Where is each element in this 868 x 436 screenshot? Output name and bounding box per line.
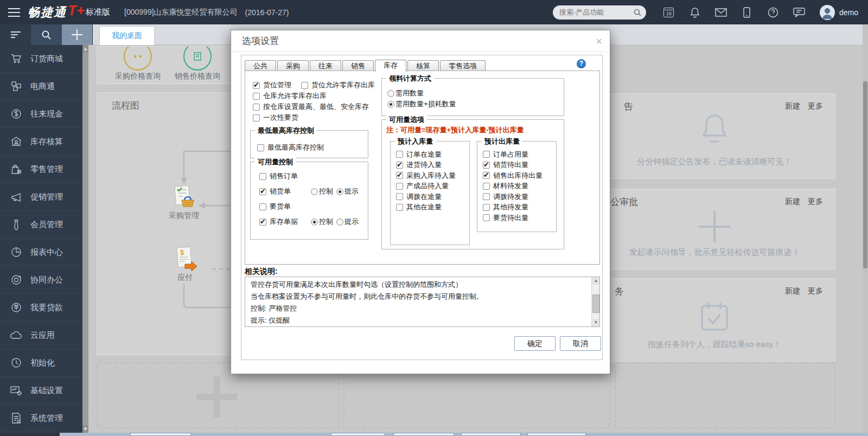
radio[interactable] — [336, 219, 343, 226]
checkbox-one-time-request[interactable]: 一次性要货 — [253, 112, 375, 123]
mobile-icon[interactable] — [740, 5, 754, 20]
checkbox-warehouse-max-min-safe[interactable]: 按仓库设置最高、最低、安全库存 — [253, 101, 375, 112]
sidebar-item-collaboration[interactable]: 协同办公 — [0, 266, 82, 294]
taskbar-window-button[interactable] — [130, 433, 191, 436]
checkbox[interactable] — [396, 183, 403, 190]
checkbox-item[interactable]: 要货待出量 — [483, 213, 556, 223]
checkbox-item[interactable]: 材料待发量 — [483, 181, 556, 192]
radio-control[interactable]: 控制 — [311, 217, 333, 227]
checkbox[interactable] — [253, 93, 260, 100]
radio-control[interactable]: 控制 — [311, 187, 333, 196]
mail-icon[interactable] — [714, 5, 728, 20]
checkbox-minmax-stock-control[interactable]: 最低最高库存控制 — [257, 143, 368, 152]
sidebar-item-system[interactable]: 系统管理 — [0, 405, 82, 432]
checkbox-item[interactable]: 订单占用量 — [483, 149, 556, 160]
sidebar-item-retail[interactable]: 零售管理 — [0, 156, 82, 183]
checkbox[interactable] — [483, 172, 490, 179]
page-scrollbar-thumb[interactable] — [863, 81, 867, 268]
checkbox-item[interactable]: 销货待出量 — [483, 160, 556, 171]
checkbox[interactable] — [396, 172, 403, 179]
taskbar-window-button[interactable] — [393, 433, 454, 436]
sidebar-item-order-mall[interactable]: 订货商城 — [0, 45, 82, 73]
sidebar-scrollbar[interactable]: ▲ ▼ — [82, 45, 88, 433]
scroll-down-icon[interactable]: ▼ — [592, 319, 600, 326]
radio[interactable] — [311, 188, 318, 195]
checkbox-goods-request[interactable]: 要货单 — [259, 199, 368, 214]
checkbox-inventory-voucher[interactable]: 库存单据 控制 提示 — [259, 214, 368, 229]
product-search[interactable] — [553, 5, 646, 20]
checkbox-item[interactable]: 调拨在途量 — [396, 191, 469, 202]
checkbox[interactable] — [257, 144, 264, 151]
sidebar-item-initialization[interactable]: 初始化 — [0, 349, 82, 377]
approval-new-link[interactable]: 新建 — [785, 197, 800, 206]
tab-purchase[interactable]: 采购 — [277, 60, 309, 71]
checkbox-location-mgmt[interactable]: 货位管理 — [253, 80, 291, 91]
cancel-button[interactable]: 取消 — [560, 336, 601, 351]
scroll-up-icon[interactable]: ▲ — [82, 45, 88, 53]
notes-scrollbar[interactable]: ▲ ▼ — [591, 277, 599, 326]
nav-add-button[interactable] — [62, 24, 92, 45]
checkbox[interactable] — [396, 151, 403, 158]
approval-more-link[interactable]: 更多 — [808, 197, 823, 206]
shortcut-sale-price[interactable]: 销售价格查询 — [168, 47, 227, 84]
checkbox[interactable] — [253, 114, 260, 121]
sidebar-item-cash[interactable]: 往来现金 — [0, 100, 82, 128]
checkbox[interactable] — [259, 188, 266, 195]
page-scrollbar[interactable] — [863, 24, 868, 433]
tab-accounting[interactable]: 核算 — [407, 60, 439, 71]
search-icon[interactable] — [633, 8, 642, 17]
dialog-help-icon[interactable]: ? — [577, 59, 586, 68]
radio[interactable] — [311, 219, 318, 226]
checkbox-item[interactable]: 采购入库待入量 — [396, 170, 469, 181]
checkbox[interactable] — [483, 162, 490, 169]
dashboard-empty-slot[interactable] — [615, 362, 835, 428]
checkbox-item[interactable]: 其他待发量 — [483, 202, 556, 213]
announcement-new-link[interactable]: 新建 — [785, 101, 800, 110]
taskbar-window-button[interactable] — [461, 433, 521, 436]
checkbox-location-zero-stock-out[interactable]: 货位允许零库存出库 — [301, 80, 375, 91]
sidebar-item-basic-settings[interactable]: 基础设置 — [0, 377, 82, 405]
checkbox[interactable] — [253, 82, 260, 89]
sidebar-item-inventory[interactable]: 库存核算 — [0, 128, 82, 156]
flow-node-purchase[interactable]: 采购管理 — [159, 184, 208, 221]
sidebar-item-promotion[interactable]: 促销管理 — [0, 183, 82, 211]
announcement-more-link[interactable]: 更多 — [808, 101, 823, 110]
nav-search-button[interactable] — [31, 24, 62, 45]
checkbox[interactable] — [483, 193, 490, 200]
task-more-link[interactable]: 更多 — [808, 286, 823, 295]
checkbox-item[interactable]: 其他在途量 — [396, 202, 469, 213]
checkbox[interactable] — [396, 193, 403, 200]
tab-common[interactable]: 公共 — [245, 60, 276, 71]
sidebar-item-ecommerce[interactable]: 电商通 — [0, 73, 82, 100]
checkbox[interactable] — [301, 82, 308, 89]
user-avatar[interactable] — [820, 5, 835, 20]
checkbox-item[interactable]: 订单在途量 — [396, 149, 469, 160]
taskbar-window-button[interactable] — [331, 433, 385, 436]
notification-bell-icon[interactable] — [688, 5, 702, 20]
radio-tip[interactable]: 提示 — [336, 217, 359, 227]
tab-retail-options[interactable]: 零售选项 — [440, 60, 486, 71]
close-icon[interactable]: × — [596, 36, 602, 47]
sidebar-item-reports[interactable]: 报表中心 — [0, 239, 82, 266]
checkbox-item[interactable]: 产成品待入量 — [396, 181, 469, 192]
os-taskbar[interactable] — [0, 433, 868, 436]
nav-filter-button[interactable] — [0, 24, 31, 45]
checkbox[interactable] — [253, 104, 260, 111]
checkbox[interactable] — [259, 203, 266, 210]
checkbox-item[interactable]: 进货待入量 — [396, 160, 469, 171]
checkbox[interactable] — [396, 162, 403, 169]
search-input[interactable] — [559, 8, 633, 16]
scroll-up-icon[interactable]: ▲ — [592, 277, 600, 285]
feedback-chat-icon[interactable] — [792, 5, 806, 20]
checkbox[interactable] — [483, 183, 490, 190]
checkbox[interactable] — [483, 204, 490, 211]
notes-scrollbar-thumb[interactable] — [592, 294, 599, 313]
tab-sales[interactable]: 销售 — [342, 60, 374, 71]
checkbox-warehouse-zero-stock-out[interactable]: 仓库允许零库存出库 — [253, 91, 375, 101]
checkbox[interactable] — [259, 219, 266, 226]
radio-required-qty[interactable]: 需用数量 — [387, 88, 564, 98]
task-new-link[interactable]: 新建 — [785, 286, 800, 295]
checkbox-item[interactable]: 销售出库待出量 — [483, 170, 556, 181]
checkbox-sales-delivery[interactable]: 销货单 控制 提示 — [259, 184, 368, 199]
checkbox[interactable] — [259, 173, 266, 180]
